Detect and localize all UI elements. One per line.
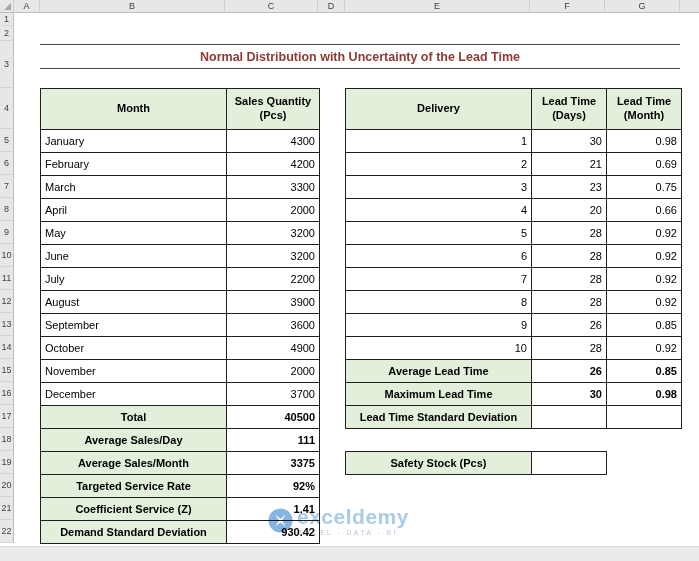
cell-C13[interactable]: 3600 <box>227 314 320 337</box>
cell-F19[interactable] <box>532 452 607 475</box>
cell-E8[interactable]: 4 <box>346 199 532 222</box>
row-header-4[interactable]: 4 <box>0 88 13 129</box>
cell-E19[interactable]: Safety Stock (Pcs) <box>346 452 532 475</box>
cell-C16[interactable]: 3700 <box>227 383 320 406</box>
row-header-2[interactable]: 2 <box>0 26 13 41</box>
cell-C14[interactable]: 4900 <box>227 337 320 360</box>
cell-G15[interactable]: 0.85 <box>607 360 682 383</box>
row-header-6[interactable]: 6 <box>0 152 13 175</box>
cell-B21[interactable]: Coefficient Service (Z) <box>41 498 227 521</box>
cell-G5[interactable]: 0.98 <box>607 130 682 153</box>
row-header-16[interactable]: 16 <box>0 382 13 405</box>
cell-E14[interactable]: 10 <box>346 337 532 360</box>
cell-E12[interactable]: 8 <box>346 291 532 314</box>
cell-F13[interactable]: 26 <box>532 314 607 337</box>
cell-F17[interactable] <box>532 406 607 429</box>
cell-G17[interactable] <box>607 406 682 429</box>
cell-F14[interactable]: 28 <box>532 337 607 360</box>
cell-C7[interactable]: 3300 <box>227 176 320 199</box>
cell-B15[interactable]: November <box>41 360 227 383</box>
cell-F5[interactable]: 30 <box>532 130 607 153</box>
row-header-19[interactable]: 19 <box>0 451 13 474</box>
cell-B10[interactable]: June <box>41 245 227 268</box>
cell-F11[interactable]: 28 <box>532 268 607 291</box>
cell-G13[interactable]: 0.85 <box>607 314 682 337</box>
cell-B6[interactable]: February <box>41 153 227 176</box>
row-header-22[interactable]: 22 <box>0 520 13 543</box>
cell-C17[interactable]: 40500 <box>227 406 320 429</box>
row-header-1[interactable]: 1 <box>0 13 13 26</box>
cell-B14[interactable]: October <box>41 337 227 360</box>
row-header-8[interactable]: 8 <box>0 198 13 221</box>
row-header-15[interactable]: 15 <box>0 359 13 382</box>
cell-E17[interactable]: Lead Time Standard Deviation <box>346 406 532 429</box>
cell-G10[interactable]: 0.92 <box>607 245 682 268</box>
cell-G4[interactable]: Lead Time (Month) <box>607 89 682 130</box>
cell-E9[interactable]: 5 <box>346 222 532 245</box>
row-header-13[interactable]: 13 <box>0 313 13 336</box>
cell-E16[interactable]: Maximum Lead Time <box>346 383 532 406</box>
cell-B7[interactable]: March <box>41 176 227 199</box>
cell-G7[interactable]: 0.75 <box>607 176 682 199</box>
row-header-12[interactable]: 12 <box>0 290 13 313</box>
cell-B11[interactable]: July <box>41 268 227 291</box>
row-header-5[interactable]: 5 <box>0 129 13 152</box>
cell-F6[interactable]: 21 <box>532 153 607 176</box>
cell-E4[interactable]: Delivery <box>346 89 532 130</box>
cell-G6[interactable]: 0.69 <box>607 153 682 176</box>
cell-G14[interactable]: 0.92 <box>607 337 682 360</box>
row-header-7[interactable]: 7 <box>0 175 13 198</box>
cell-G11[interactable]: 0.92 <box>607 268 682 291</box>
row-header-11[interactable]: 11 <box>0 267 13 290</box>
cell-B16[interactable]: December <box>41 383 227 406</box>
cell-C6[interactable]: 4200 <box>227 153 320 176</box>
column-header-C[interactable]: C <box>225 0 318 12</box>
cell-F12[interactable]: 28 <box>532 291 607 314</box>
cell-F15[interactable]: 26 <box>532 360 607 383</box>
cell-B18[interactable]: Average Sales/Day <box>41 429 227 452</box>
cell-E15[interactable]: Average Lead Time <box>346 360 532 383</box>
column-header-G[interactable]: G <box>605 0 680 12</box>
cell-C10[interactable]: 3200 <box>227 245 320 268</box>
row-header-14[interactable]: 14 <box>0 336 13 359</box>
cell-F10[interactable]: 28 <box>532 245 607 268</box>
cell-C21[interactable]: 1.41 <box>227 498 320 521</box>
column-header-F[interactable]: F <box>530 0 605 12</box>
cell-C9[interactable]: 3200 <box>227 222 320 245</box>
cell-B9[interactable]: May <box>41 222 227 245</box>
cell-B4[interactable]: Month <box>41 89 227 130</box>
cell-E7[interactable]: 3 <box>346 176 532 199</box>
cell-E11[interactable]: 7 <box>346 268 532 291</box>
cell-G8[interactable]: 0.66 <box>607 199 682 222</box>
cell-C18[interactable]: 111 <box>227 429 320 452</box>
column-header-B[interactable]: B <box>40 0 225 12</box>
cell-G12[interactable]: 0.92 <box>607 291 682 314</box>
cell-G9[interactable]: 0.92 <box>607 222 682 245</box>
cell-E5[interactable]: 1 <box>346 130 532 153</box>
column-header-A[interactable]: A <box>14 0 40 12</box>
cell-F8[interactable]: 20 <box>532 199 607 222</box>
cell-C12[interactable]: 3900 <box>227 291 320 314</box>
cell-B13[interactable]: September <box>41 314 227 337</box>
cell-C19[interactable]: 3375 <box>227 452 320 475</box>
cell-C4[interactable]: Sales Quantity (Pcs) <box>227 89 320 130</box>
row-header-21[interactable]: 21 <box>0 497 13 520</box>
cell-C8[interactable]: 2000 <box>227 199 320 222</box>
cell-C11[interactable]: 2200 <box>227 268 320 291</box>
row-header-3[interactable]: 3 <box>0 41 13 88</box>
row-header-18[interactable]: 18 <box>0 428 13 451</box>
cell-B22[interactable]: Demand Standard Deviation <box>41 521 227 544</box>
cell-C15[interactable]: 2000 <box>227 360 320 383</box>
column-header-E[interactable]: E <box>345 0 530 12</box>
cell-C22[interactable]: 930.42 <box>227 521 320 544</box>
cell-C5[interactable]: 4300 <box>227 130 320 153</box>
cell-B17[interactable]: Total <box>41 406 227 429</box>
cell-G16[interactable]: 0.98 <box>607 383 682 406</box>
cell-F9[interactable]: 28 <box>532 222 607 245</box>
cell-F16[interactable]: 30 <box>532 383 607 406</box>
row-header-9[interactable]: 9 <box>0 221 13 244</box>
sheet-title[interactable]: Normal Distribution with Uncertainty of … <box>40 44 680 69</box>
row-header-10[interactable]: 10 <box>0 244 13 267</box>
cell-E6[interactable]: 2 <box>346 153 532 176</box>
select-all-corner[interactable] <box>0 0 14 12</box>
